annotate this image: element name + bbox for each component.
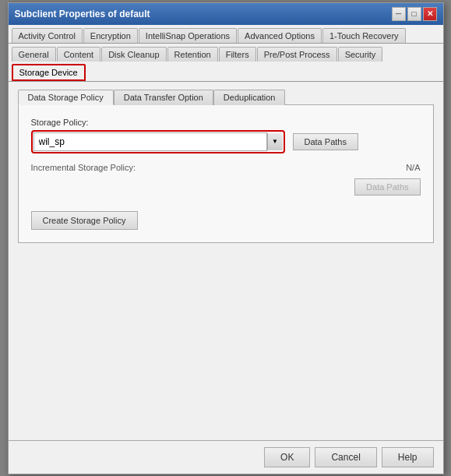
dropdown-arrow-icon[interactable]: ▼ [267,133,283,150]
help-button[interactable]: Help [382,447,434,467]
storage-policy-dropdown[interactable]: wil_sp [33,132,267,151]
incremental-label: Incremental Storage Policy: [31,163,136,172]
content-area: Data Storage Policy Data Transfer Option… [9,82,443,440]
tab-storage-device[interactable]: Storage Device [12,64,86,81]
cancel-button[interactable]: Cancel [315,447,376,467]
storage-policy-label: Storage Policy: [31,118,421,127]
bottom-bar: OK Cancel Help [9,440,443,474]
data-paths-button-1[interactable]: Data Paths [293,133,358,150]
tab-filters[interactable]: Filters [219,47,256,62]
ok-button[interactable]: OK [264,447,310,467]
tab-pre-post-process[interactable]: Pre/Post Process [257,47,337,62]
inner-tab-data-transfer-option[interactable]: Data Transfer Option [114,90,213,105]
inner-tab-row: Data Storage Policy Data Transfer Option… [18,90,434,105]
inner-tab-deduplication[interactable]: Deduplication [213,90,286,105]
data-paths-button-2[interactable]: Data Paths [354,178,420,196]
incremental-btn-row: Data Paths [31,178,421,196]
tab-general[interactable]: General [12,47,56,62]
tab-encryption[interactable]: Encryption [83,28,138,43]
tab-disk-cleanup[interactable]: Disk Cleanup [101,47,166,62]
close-button[interactable]: ✕ [423,7,437,21]
tab-advanced-options[interactable]: Advanced Options [238,28,322,43]
storage-policy-select-wrapper: wil_sp ▼ [31,130,285,153]
minimize-button[interactable]: ─ [392,7,406,21]
create-storage-policy-button[interactable]: Create Storage Policy [31,211,138,230]
tab-row-1: Activity Control Encryption IntelliSnap … [9,25,443,44]
incremental-value: N/A [406,163,420,172]
tab-content[interactable]: Content [57,47,101,62]
tab-retention[interactable]: Retention [167,47,218,62]
tab-row-2: General Content Disk Cleanup Retention F… [9,44,443,82]
inner-content-panel: Storage Policy: wil_sp ▼ Data Paths Incr… [18,104,434,243]
inner-tab-data-storage-policy[interactable]: Data Storage Policy [18,90,114,105]
window-title: Subclient Properties of default [15,9,150,19]
close-icon: ✕ [427,9,433,18]
tab-1touch-recovery[interactable]: 1-Touch Recovery [322,28,406,43]
tab-intellisnap-operations[interactable]: IntelliSnap Operations [139,28,237,43]
tab-activity-control[interactable]: Activity Control [12,28,83,43]
tab-security[interactable]: Security [338,47,383,62]
title-bar: Subclient Properties of default ─ □ ✕ [9,3,443,25]
maximize-button[interactable]: □ [407,7,421,21]
storage-policy-row: wil_sp ▼ Data Paths [31,130,421,153]
title-bar-controls: ─ □ ✕ [392,7,437,21]
incremental-row: Incremental Storage Policy: N/A [31,160,421,175]
main-window: Subclient Properties of default ─ □ ✕ Ac… [8,2,444,474]
minimize-icon: ─ [396,9,401,18]
maximize-icon: □ [411,9,416,18]
